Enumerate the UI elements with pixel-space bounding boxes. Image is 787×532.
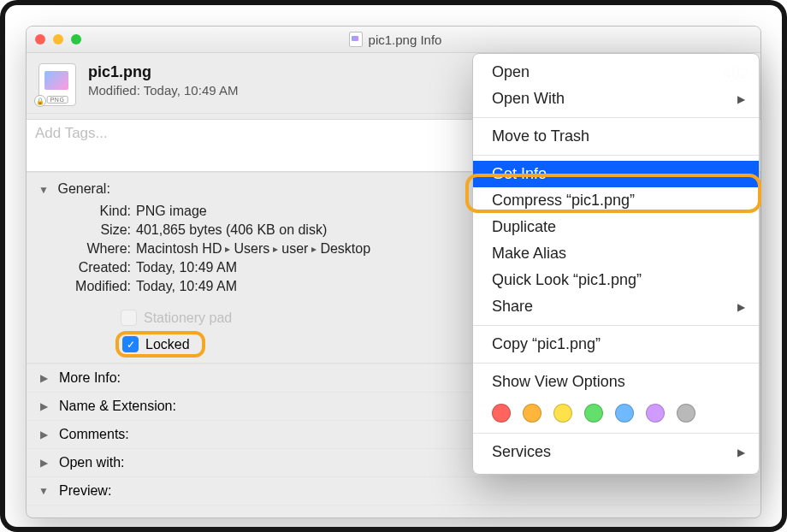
disclosure-triangle-icon[interactable]: ▼ [38, 184, 49, 196]
menu-separator [473, 117, 759, 118]
menu-show-view-options[interactable]: Show View Options [473, 369, 759, 395]
locked-row-highlight: ✓ Locked [115, 331, 205, 358]
file-thumbnail[interactable]: PNG 🔒 [38, 63, 76, 106]
locked-label: Locked [145, 337, 190, 352]
locked-checkbox[interactable]: ✓ [122, 336, 139, 352]
disclosure-triangle-icon[interactable]: ▼ [38, 485, 49, 497]
menu-separator [473, 363, 759, 364]
menu-make-alias[interactable]: Make Alias [473, 240, 759, 267]
minimize-window-button[interactable] [53, 34, 63, 44]
menu-separator [473, 433, 759, 434]
disclosure-triangle-icon[interactable]: ▶ [38, 429, 49, 440]
section-preview[interactable]: ▼ Preview: [27, 476, 760, 505]
desktop-background: pic1.png Info PNG 🔒 pic1.png Modified: T… [5, 5, 782, 527]
menu-share[interactable]: Share [473, 293, 759, 320]
menu-separator [473, 155, 759, 156]
tag-color-gray[interactable] [677, 404, 695, 423]
tag-color-blue[interactable] [615, 404, 634, 423]
context-menu: Open Open With Move to Trash Get Info Co… [472, 53, 760, 475]
row-where-value: Macintosh HD▸Users▸user▸Desktop [136, 241, 370, 257]
tag-color-green[interactable] [584, 404, 603, 423]
menu-get-info[interactable]: Get Info [473, 161, 759, 187]
window-titlebar[interactable]: pic1.png Info [27, 27, 760, 53]
menu-compress[interactable]: Compress “pic1.png” [473, 187, 759, 214]
window-title-text: pic1.png Info [369, 33, 442, 47]
window-controls [35, 34, 81, 44]
screenshot-stage: pic1.png Info PNG 🔒 pic1.png Modified: T… [0, 0, 787, 532]
menu-duplicate[interactable]: Duplicate [473, 214, 759, 240]
tag-color-orange[interactable] [523, 404, 541, 423]
menu-quick-look[interactable]: Quick Look “pic1.png” [473, 267, 759, 293]
disclosure-triangle-icon[interactable]: ▶ [38, 400, 49, 412]
proxy-icon[interactable] [349, 32, 363, 47]
tag-color-red[interactable] [492, 404, 511, 423]
disclosure-triangle-icon[interactable]: ▶ [38, 372, 49, 384]
stationery-pad-label: Stationery pad [144, 310, 232, 326]
disclosure-triangle-icon[interactable]: ▶ [38, 457, 49, 469]
menu-tag-colors [473, 395, 759, 428]
zoom-window-button[interactable] [71, 34, 81, 44]
tag-color-yellow[interactable] [553, 404, 572, 423]
menu-open[interactable]: Open [473, 59, 759, 86]
menu-separator [473, 325, 759, 326]
tag-color-purple[interactable] [646, 404, 665, 423]
lock-icon: 🔒 [34, 95, 46, 107]
stationery-pad-checkbox [121, 310, 137, 326]
menu-open-with[interactable]: Open With [473, 86, 759, 112]
close-window-button[interactable] [35, 34, 45, 44]
thumb-type-badge: PNG [47, 96, 68, 103]
menu-move-to-trash[interactable]: Move to Trash [473, 123, 759, 150]
menu-services[interactable]: Services [473, 439, 759, 465]
menu-copy[interactable]: Copy “pic1.png” [473, 331, 759, 358]
window-title: pic1.png Info [81, 32, 709, 47]
tags-placeholder: Add Tags... [35, 125, 108, 142]
